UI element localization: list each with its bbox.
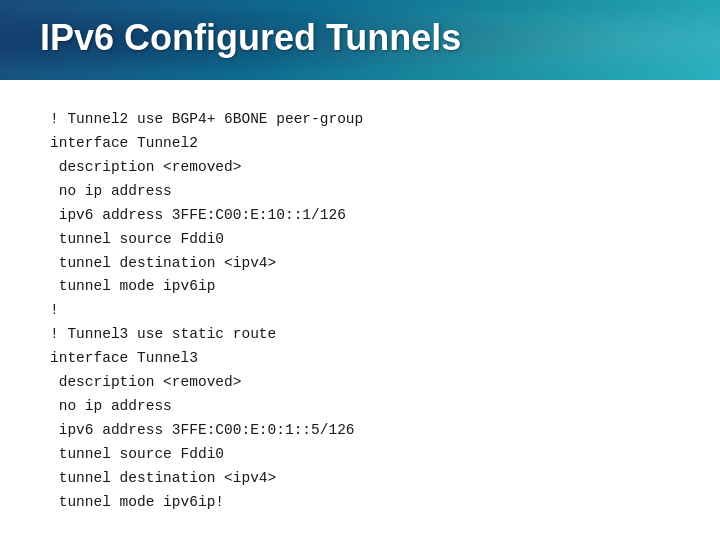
slide: IPv6 Configured Tunnels ! Tunnel2 use BG… <box>0 0 720 540</box>
code-block: ! Tunnel2 use BGP4+ 6BONE peer-group int… <box>50 108 670 515</box>
slide-content: ! Tunnel2 use BGP4+ 6BONE peer-group int… <box>0 80 720 535</box>
slide-title: IPv6 Configured Tunnels <box>40 17 461 59</box>
slide-header: IPv6 Configured Tunnels <box>0 0 720 80</box>
slide-footer: Cisco Internal Use Only 36 <box>0 535 720 540</box>
